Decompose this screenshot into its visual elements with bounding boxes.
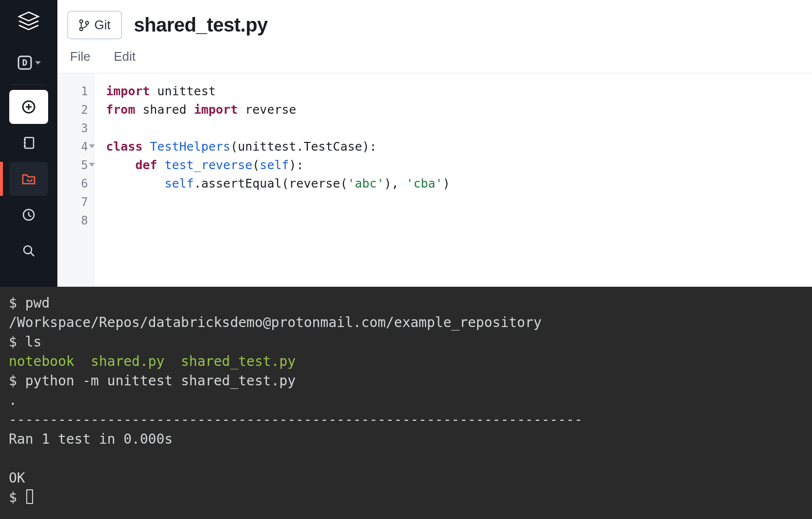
svg-point-14 — [24, 246, 32, 254]
line-number: 2 — [57, 101, 94, 119]
fold-marker-icon[interactable] — [89, 163, 95, 167]
code-editor[interactable]: 1 2 3 4 5 6 7 8 import unittest from sha… — [57, 73, 812, 287]
editor-pane: Git shared_test.py File Edit 1 2 3 4 5 6… — [57, 0, 812, 287]
line-number: 5 — [57, 156, 94, 174]
databricks-logo-icon[interactable] — [16, 9, 42, 35]
sidebar-item-recents[interactable] — [9, 198, 48, 232]
svg-point-18 — [86, 21, 88, 24]
svg-point-17 — [80, 28, 83, 31]
terminal-panel[interactable]: $ pwd /Workspace/Repos/databricksdemo@pr… — [0, 287, 812, 519]
sidebar-item-data[interactable]: D — [7, 46, 51, 80]
editor-menu-bar: File Edit — [57, 44, 812, 73]
sidebar-item-create[interactable] — [9, 90, 48, 124]
line-number: 3 — [57, 119, 94, 138]
fold-marker-icon[interactable] — [89, 144, 95, 148]
menu-file[interactable]: File — [70, 49, 90, 64]
line-number: 7 — [57, 193, 94, 211]
sidebar-divider — [12, 85, 46, 85]
left-sidebar: D — [0, 0, 57, 287]
svg-text:D: D — [22, 57, 28, 68]
file-header: Git shared_test.py — [57, 0, 812, 44]
sidebar-item-repos[interactable] — [9, 162, 48, 196]
svg-point-16 — [80, 20, 83, 23]
line-number: 6 — [57, 174, 94, 193]
terminal-cursor — [26, 489, 33, 504]
line-number: 1 — [57, 82, 94, 101]
line-number: 4 — [57, 138, 94, 156]
code-content[interactable]: import unittest from shared import rever… — [94, 73, 812, 287]
sidebar-item-search[interactable] — [9, 234, 48, 268]
line-gutter: 1 2 3 4 5 6 7 8 — [57, 73, 94, 287]
svg-line-13 — [29, 215, 31, 217]
svg-rect-5 — [25, 138, 34, 148]
git-button-label: Git — [94, 17, 110, 33]
ls-output: notebook shared.py shared_test.py — [9, 353, 296, 369]
svg-line-15 — [31, 253, 34, 256]
git-button[interactable]: Git — [67, 11, 122, 39]
git-branch-icon — [79, 19, 89, 32]
sidebar-item-notebook[interactable] — [9, 126, 48, 160]
file-title: shared_test.py — [134, 14, 267, 36]
chevron-down-icon — [35, 61, 41, 65]
line-number: 8 — [57, 211, 94, 230]
upper-pane: D — [0, 0, 812, 287]
menu-edit[interactable]: Edit — [114, 49, 136, 64]
